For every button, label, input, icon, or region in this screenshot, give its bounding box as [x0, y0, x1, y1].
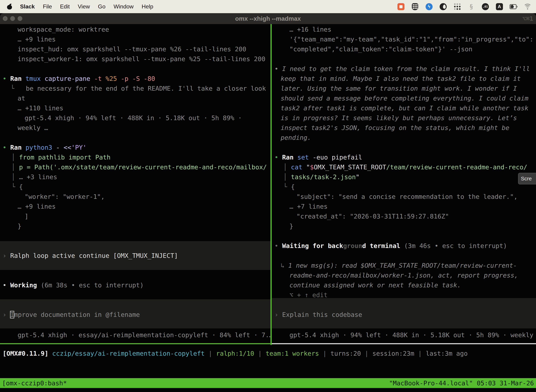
tmux-session-label[interactable]: [omx-cczip0:bash*: [2, 379, 67, 387]
terminal-line: › Improve documentation in @filename: [3, 310, 140, 320]
terminal-line: │ tasks/task-2.json": [283, 172, 360, 182]
menu-item-help[interactable]: Help: [142, 3, 153, 10]
terminal-line: "worker": "worker-1",: [25, 192, 105, 202]
terminal-line: └ {: [11, 182, 23, 192]
terminal-line: pending.: [281, 133, 311, 143]
terminal-line: keep that in mind. Maybe I also need the…: [281, 74, 521, 84]
terminal-line: }: [18, 221, 21, 231]
terminal-line: gpt-5.4 xhigh · essay/ai-reimplementatio…: [18, 330, 270, 340]
terminal-line: later. Using the same for transition mig…: [281, 84, 517, 93]
menu-item-view[interactable]: View: [78, 3, 90, 10]
terminal-line: "subject": "send a concise recommendatio…: [297, 192, 517, 202]
text-cursor: I: [10, 311, 14, 318]
terminal-line: • Ran set -euo pipefail: [274, 152, 362, 162]
terminal-line: └ be necessary for the end of the README…: [10, 84, 266, 93]
terminal-line: ↳ 1 new msg(s): read $OMX_TEAM_STATE_ROO…: [281, 261, 517, 271]
terminal-line: inspect_hud: omx sparkshell --tmux-pane …: [18, 44, 246, 54]
battery-icon[interactable]: ϟ: [510, 3, 517, 10]
terminal-line: '{"team_name":"my-team","task_id":"1","f…: [289, 34, 533, 44]
terminal-line: is in progress? It seems likely but perh…: [281, 113, 517, 123]
terminal-line: ]: [25, 211, 29, 221]
pane-divider[interactable]: [270, 24, 272, 345]
terminal-line: weekly …: [18, 123, 48, 133]
window-shortcut-badge: ⌥⌘1: [522, 13, 533, 24]
terminal-line: … +9 lines: [18, 202, 56, 211]
terminal-line: gpt-5.4 xhigh · 94% left · 488K in · 5.1…: [25, 113, 242, 123]
dots-grid-icon[interactable]: [453, 3, 461, 10]
terminal-line: … +16 lines: [289, 25, 331, 34]
terminal-line: }: [289, 221, 293, 231]
left-pane-border: [0, 343, 270, 344]
tmux-status-bar: [omx-cczip0:bash* "MacBook-Pro-44.local"…: [0, 378, 536, 388]
terminal-line: [OMX#0.11.9] cczip/essay/ai-reimplementa…: [3, 349, 468, 359]
terminal-line: • Ran tmux capture-pane -t %25 -p -S -80: [3, 74, 155, 84]
blue-badge-icon[interactable]: ϟ: [425, 3, 433, 10]
terminal-line: workspace_mode: worktree: [18, 25, 109, 34]
wifi-icon[interactable]: [524, 3, 531, 10]
status-icons: ϟ § ..61 A ϟ: [397, 3, 536, 10]
moon-icon[interactable]: [439, 3, 447, 10]
screen-share-tooltip: Scre: [518, 173, 536, 184]
terminal-line: gpt-5.4 xhigh · 94% left · 488K in · 5.1…: [289, 330, 536, 340]
chat-icon[interactable]: [397, 3, 405, 10]
menu-items: Slack FileEditViewGoWindowHelp: [0, 3, 153, 10]
terminal-line: │ p = Path('.omx/state/team/review-curre…: [11, 162, 267, 172]
terminal-line: … +110 lines: [18, 103, 63, 113]
terminal-line: "completed","claim_token":"claim-token"}…: [289, 44, 472, 54]
macos-menu-bar: Slack FileEditViewGoWindowHelp ϟ § ..61 …: [0, 0, 536, 13]
terminal-line: inspect_worker-1: omx sparkshell --tmux-…: [18, 54, 265, 64]
terminal-line: continue assigned work or next feasible …: [289, 280, 461, 290]
terminal-line: • Working (6m 38s • esc to interrupt): [3, 280, 144, 290]
terminal-line: should send a message before completing …: [281, 93, 528, 103]
terminal-line: … +7 lines: [289, 202, 328, 211]
terminal-line: • Waiting for background terminal (3m 46…: [274, 241, 507, 251]
menu-item-go[interactable]: Go: [98, 3, 105, 10]
terminal-line: readme-and-reco/mailbox/worker-1.json, a…: [289, 271, 518, 280]
terminal-line: › Ralph loop active continue [OMX_TMUX_I…: [3, 251, 178, 261]
screen: Slack FileEditViewGoWindowHelp ϟ § ..61 …: [0, 0, 536, 392]
terminal-line: ⌥ + ↑ edit: [289, 290, 328, 300]
terminal-line: • I need to get the claim token from the…: [274, 64, 530, 74]
tmux-host-clock: "MacBook-Pro-44.local" 05:03 31-Mar-26: [389, 379, 534, 387]
terminal-line: task2 after task1 is complete, but can I…: [281, 103, 528, 113]
circle-61-icon[interactable]: ..61: [482, 3, 489, 10]
keyboard-a-icon[interactable]: A: [496, 3, 503, 10]
menu-item-window[interactable]: Window: [114, 3, 134, 10]
terminal-line: • Ran python3 - <<'PY': [3, 143, 86, 152]
apple-menu-icon[interactable]: [7, 4, 12, 9]
terminal-line: └ {: [283, 182, 295, 192]
menu-item-file[interactable]: File: [43, 3, 52, 10]
menu-app-name[interactable]: Slack: [20, 3, 35, 10]
terminal-line: "created_at": "2026-03-31T11:59:27.816Z": [297, 211, 449, 221]
window-title-bar[interactable]: omx --xhigh --madmax ⌥⌘1: [0, 13, 536, 24]
window-title: omx --xhigh --madmax: [0, 13, 536, 24]
terminal-line: │ cat "$OMX_TEAM_STATE_ROOT/team/review-…: [283, 162, 527, 172]
terminal-line: inspect task2's JSON, focusing on the st…: [281, 123, 509, 133]
terminal-line: │ from pathlib import Path: [11, 152, 111, 162]
menu-item-edit[interactable]: Edit: [60, 3, 70, 10]
squiggle-icon[interactable]: §: [467, 3, 475, 10]
terminal-line: › Explain this codebase: [274, 310, 362, 320]
terminal-line: at: [18, 93, 25, 103]
right-pane-border: [272, 343, 536, 344]
terminal-line: … +9 lines: [18, 34, 56, 44]
terminal-line: │ … +3 lines: [11, 172, 57, 182]
shield-grid-icon[interactable]: [411, 3, 419, 10]
